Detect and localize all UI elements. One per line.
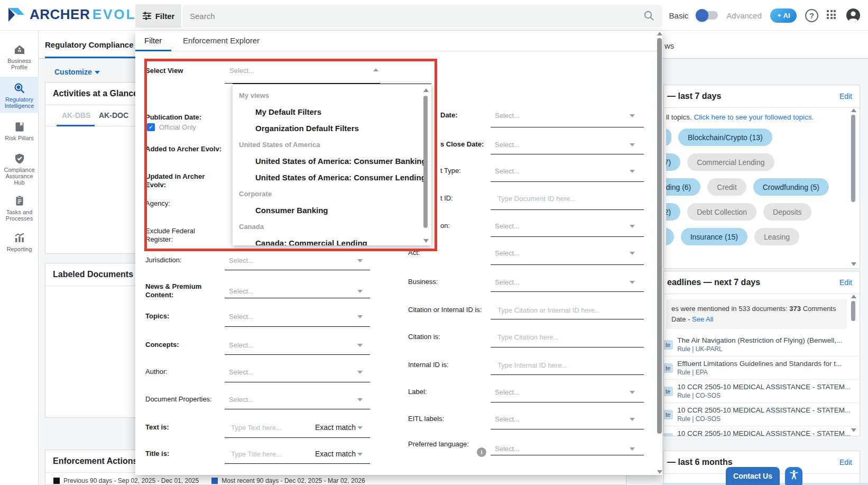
sidebar-item-tasks-and-processes[interactable]: Tasks andProcesses (0, 195, 39, 225)
deadline-list-item[interactable]: teThe Air Navigation (Restriction of Fly… (664, 333, 860, 356)
chevron-down-icon[interactable] (357, 259, 363, 262)
apps-grid-icon[interactable] (827, 10, 837, 21)
chevron-down-icon[interactable] (357, 371, 363, 374)
toggle-knob[interactable] (696, 9, 708, 22)
select-view-value[interactable]: Select... (229, 67, 254, 75)
topic-pill[interactable]: Leasing (754, 228, 799, 245)
select-field-value[interactable]: Select... (495, 167, 520, 175)
sidebar-item-reporting[interactable]: Reporting (0, 232, 39, 261)
dropdown-option[interactable]: United States of America: Consumer Banki… (233, 153, 431, 169)
scroll-thumb[interactable] (657, 38, 662, 434)
official-only-checkbox[interactable]: ✓ (147, 123, 155, 131)
chevron-down-icon[interactable] (357, 344, 363, 347)
chevron-down-icon[interactable] (630, 391, 635, 394)
scroll-up-icon[interactable] (657, 32, 662, 35)
sidebar-item-compliance-assurance-hub[interactable]: ComplianceAssuranceHub (0, 152, 39, 192)
text-field-placeholder[interactable]: Type Citation here... (497, 333, 559, 341)
deadline-list-item[interactable]: te10 CCR 2505-10 MEDICAL ASSISTANCE - ST… (664, 426, 860, 436)
dropdown-scrollbar[interactable] (423, 88, 429, 243)
deadlines-scrollbar[interactable] (851, 295, 856, 432)
chevron-down-icon[interactable] (630, 114, 635, 117)
ai-button[interactable]: ✦ AI (770, 8, 797, 23)
select-field-value[interactable]: Select... (229, 257, 254, 264)
chevron-down-icon[interactable] (357, 290, 363, 293)
text-field-placeholder[interactable]: Type Text here... (231, 424, 282, 432)
scroll-down-icon[interactable] (423, 239, 429, 243)
topic-pill[interactable]: Commercial Lending (687, 153, 774, 171)
info-icon[interactable]: i (477, 447, 486, 457)
topic-pill[interactable]: Blockchain/Crypto (13) (678, 129, 772, 146)
chevron-down-icon[interactable] (630, 143, 635, 147)
topic-pill[interactable]: (2) (666, 203, 680, 221)
accessibility-button[interactable] (785, 467, 802, 485)
select-field-value[interactable]: Select... (495, 445, 520, 453)
topic-pill[interactable]: Crowdfunding (5) (753, 178, 829, 196)
chevron-down-icon[interactable] (630, 281, 635, 284)
topics-edit-link[interactable]: Edit (839, 92, 852, 100)
sidebar-item-regulatory-intelligence[interactable]: RegulatoryIntelligence (0, 77, 39, 113)
select-field-value[interactable]: Select... (495, 278, 520, 286)
tab-ak-doc[interactable]: AK-DOC (99, 111, 128, 120)
select-field-value[interactable]: Select... (229, 396, 254, 404)
scroll-thumb[interactable] (851, 115, 855, 202)
see-all-link[interactable]: See All (692, 315, 713, 323)
chevron-down-icon[interactable] (357, 426, 363, 429)
search-input[interactable]: Search (182, 5, 662, 27)
topic-pill[interactable]: (7) (666, 153, 680, 171)
panel-tab-enforcement-explorer[interactable]: Enforcement Explorer (183, 36, 260, 45)
deadline-list-item[interactable]: te10 CCR 2505-10 MEDICAL ASSISTANCE - ST… (664, 379, 860, 402)
chevron-down-icon[interactable] (357, 453, 363, 456)
deadline-list-item[interactable]: teEffluent Limitations Guidelines and St… (664, 356, 860, 379)
basic-advanced-toggle[interactable] (697, 11, 718, 20)
scroll-up-icon[interactable] (423, 88, 429, 92)
chevron-down-icon[interactable] (357, 315, 363, 318)
dropdown-option[interactable]: Organization Default Filters (233, 120, 431, 136)
topic-pill[interactable]: Debt Collection (687, 203, 756, 221)
text-field-placeholder[interactable]: Type Citation or Internal ID here... (497, 306, 601, 314)
topic-pill[interactable]: Insurance (15) (681, 228, 747, 245)
chevron-down-icon[interactable] (630, 447, 635, 451)
deadlines-edit-link[interactable]: Edit (839, 278, 852, 287)
scroll-thumb[interactable] (423, 96, 428, 228)
select-field-value[interactable]: Select... (229, 368, 254, 376)
topics-scrollbar[interactable] (851, 108, 856, 269)
user-avatar-icon[interactable] (846, 8, 861, 23)
select-field-value[interactable]: Select... (495, 249, 520, 257)
scroll-down-icon[interactable] (851, 428, 856, 432)
followed-topics-link[interactable]: Click here to see your followed topics. (694, 113, 814, 121)
customize-button[interactable]: Customize (54, 68, 100, 76)
dropdown-option[interactable]: My Default Filters (233, 104, 431, 120)
chevron-down-icon[interactable] (630, 225, 635, 228)
select-field-value[interactable]: Select... (495, 141, 520, 149)
topic-pill[interactable]: nding (6) (666, 178, 700, 196)
select-field-value[interactable]: Select... (495, 112, 520, 120)
contact-us-button[interactable]: Contact Us (726, 467, 780, 485)
panel-tab-filter[interactable]: Filter (144, 36, 162, 45)
topic-pill[interactable]: ) (666, 228, 674, 245)
exact-match-selector[interactable]: Exact match (315, 450, 356, 458)
period-edit-link[interactable]: Edit (839, 458, 852, 466)
scroll-down-icon[interactable] (657, 470, 662, 474)
dropdown-option[interactable]: Canada: Commercial Lending (233, 235, 431, 245)
scroll-down-icon[interactable] (851, 262, 856, 266)
topic-pill[interactable] (666, 129, 671, 146)
topic-pill[interactable]: Deposits (763, 203, 811, 221)
chevron-up-icon[interactable] (373, 68, 378, 71)
select-field-value[interactable]: Select... (495, 415, 520, 423)
panel-scrollbar[interactable] (657, 32, 662, 474)
dropdown-option[interactable]: United States of America: Consumer Lendi… (233, 169, 431, 186)
select-field-value[interactable]: Select... (229, 313, 254, 321)
search-icon[interactable] (643, 10, 655, 22)
sidebar-item-risk-pillars[interactable]: Risk Pillars (0, 121, 39, 150)
sidebar-item-business-profile[interactable]: BusinessProfile (0, 43, 39, 75)
scroll-up-icon[interactable] (851, 108, 856, 112)
exact-match-selector[interactable]: Exact match (315, 423, 356, 432)
dropdown-option[interactable]: Consumer Banking (233, 202, 431, 218)
select-field-value[interactable]: Select... (229, 287, 254, 295)
deadline-list-item[interactable]: te10 CCR 2505-10 MEDICAL ASSISTANCE - ST… (664, 402, 860, 426)
text-field-placeholder[interactable]: Type Document ID here... (497, 195, 576, 203)
help-icon[interactable]: ? (805, 9, 818, 22)
select-field-value[interactable]: Select... (229, 341, 254, 349)
select-field-value[interactable]: Select... (495, 388, 520, 396)
chevron-down-icon[interactable] (357, 398, 363, 401)
